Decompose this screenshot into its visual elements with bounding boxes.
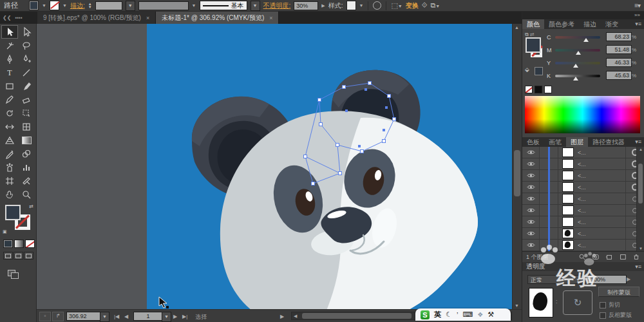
out-of-gamut-cube-icon[interactable]: ⬙ [525, 66, 529, 73]
layer-row[interactable]: <... [522, 216, 644, 228]
scroll-down-icon[interactable]: ▼ [639, 247, 643, 251]
layer-name[interactable]: <... [578, 231, 625, 237]
layer-thumbnail[interactable] [562, 240, 574, 250]
dock-collapse-icon[interactable]: »» [522, 12, 644, 19]
yellow-value-field[interactable]: 46.33 [606, 58, 632, 67]
visibility-eye-icon[interactable] [522, 240, 540, 251]
slider-thumb[interactable] [576, 51, 581, 55]
fill-stroke-indicator[interactable]: ⇄ ▣ [4, 205, 33, 232]
stroke-swatch[interactable] [50, 1, 59, 10]
layer-name[interactable]: <... [578, 161, 625, 167]
transparency-panel-header[interactable]: 透明度 ▾≡ [522, 262, 644, 271]
delete-layer-icon[interactable] [632, 253, 640, 261]
yellow-slider[interactable] [555, 62, 600, 64]
paintbrush-tool[interactable] [18, 79, 35, 93]
swap-fill-stroke-icon[interactable]: ⇄ [29, 204, 33, 209]
opacity-dropdown[interactable]: ▶ [321, 3, 325, 8]
layer-name[interactable]: <... [578, 149, 625, 156]
layer-name[interactable]: <... [578, 207, 625, 214]
layer-thumbnail[interactable] [562, 182, 574, 192]
layer-name[interactable]: <... [578, 184, 625, 191]
layer-thumbnail[interactable] [562, 147, 574, 157]
opacity-spinner-icon[interactable]: ▶ [627, 276, 630, 282]
ime-language-toggle[interactable]: 英 [434, 310, 441, 319]
zoom-tool[interactable] [18, 187, 35, 201]
hand-tool[interactable] [1, 187, 18, 201]
layer-name[interactable]: <... [578, 219, 625, 225]
default-fill-stroke-icon[interactable]: ▣ [3, 229, 7, 234]
scroll-down-icon[interactable]: ▼ [515, 303, 519, 308]
eyedropper-tool[interactable] [1, 147, 18, 160]
canvas-vertical-scrollbar[interactable]: ▲ ▼ [512, 24, 522, 309]
pencil-tool[interactable] [1, 93, 18, 106]
draw-inside-button[interactable] [24, 252, 33, 260]
locate-object-icon[interactable] [578, 253, 586, 261]
ime-keyboard-icon[interactable]: ⌨ [462, 310, 473, 319]
gamut-swatch[interactable] [535, 67, 543, 75]
tools-panel-collapse-icon[interactable]: ❮❮▪▪▪▪ [0, 12, 37, 24]
opacity-link[interactable]: 不透明度: [263, 1, 291, 10]
layers-panel-menu-icon[interactable]: ▾≡ [635, 138, 641, 145]
color-spectrum-bar[interactable] [525, 96, 640, 133]
mask-thumbnail-placeholder[interactable]: ↻ [563, 290, 592, 315]
rotate-tool[interactable] [1, 106, 18, 120]
fill-dropdown-icon[interactable]: ▼ [42, 3, 46, 8]
layer-thumbnail[interactable] [562, 229, 574, 238]
column-graph-tool[interactable] [18, 160, 35, 174]
screen-mode-button[interactable] [8, 270, 19, 279]
recolor-artwork-icon[interactable] [373, 1, 381, 10]
document-tab-1[interactable]: 9 [转换].eps* @ 100% (RGB/预览) × [37, 12, 156, 24]
add-anchor-pen-tool[interactable] [18, 52, 35, 66]
new-layer-icon[interactable] [619, 253, 627, 261]
layer-name[interactable]: <... [578, 173, 625, 179]
layer-thumbnail[interactable] [562, 205, 574, 215]
free-transform-tool[interactable] [18, 106, 35, 120]
layers-scrollbar[interactable]: ▲ ▼ [636, 147, 644, 251]
prev-artboard-icon[interactable]: ◀ [124, 314, 128, 319]
brush-dropdown[interactable]: ▼ [251, 1, 260, 11]
width-profile-dropdown[interactable]: ▼ [192, 3, 196, 8]
make-mask-button[interactable]: 制作蒙版 [598, 287, 639, 297]
none-mode-button[interactable] [25, 240, 35, 248]
panel-fill-box[interactable] [526, 37, 541, 53]
close-tab-icon[interactable]: × [146, 15, 149, 21]
slider-thumb[interactable] [583, 38, 589, 42]
rectangle-tool[interactable] [1, 79, 18, 93]
fill-swatch[interactable] [29, 1, 39, 10]
white-swatch[interactable] [544, 86, 552, 93]
artboard-canvas[interactable] [147, 24, 512, 309]
style-dropdown[interactable]: ▼ [359, 3, 364, 8]
layer-thumbnail[interactable] [562, 217, 574, 227]
tab-stroke[interactable]: 描边 [579, 19, 601, 29]
tab-layers[interactable]: 图层 [566, 137, 588, 147]
black-swatch[interactable] [535, 86, 542, 93]
horizontal-scroll-thumb[interactable] [302, 313, 412, 319]
status-button-2[interactable]: ↱ [52, 312, 64, 321]
invert-mask-checkbox[interactable]: 反相蒙版 [600, 311, 632, 319]
layer-row[interactable]: <... [522, 158, 644, 170]
line-segment-tool[interactable] [18, 66, 35, 79]
selection-tool[interactable] [1, 25, 18, 39]
magenta-value-field[interactable]: 51.48 [606, 45, 632, 54]
artboard-number-field[interactable]: 1 [133, 312, 163, 321]
layer-row[interactable]: <... [522, 182, 644, 193]
tab-gradient[interactable]: 渐变 [601, 19, 623, 29]
layer-row[interactable]: <... [522, 240, 644, 251]
draw-behind-button[interactable] [14, 252, 23, 260]
scroll-left-icon[interactable]: ◀ [294, 314, 297, 319]
visibility-eye-icon[interactable] [522, 170, 540, 181]
blend-mode-dropdown[interactable]: 正常▼ [527, 275, 583, 284]
layer-thumbnail[interactable] [562, 171, 574, 180]
visibility-eye-icon[interactable] [522, 216, 540, 227]
tab-swatches[interactable]: 色板 [522, 137, 544, 147]
layer-name[interactable]: <... [578, 196, 625, 202]
stroke-weight-dropdown[interactable]: ▼ [126, 1, 135, 11]
slider-thumb[interactable] [573, 64, 578, 68]
layer-thumbnail[interactable] [562, 194, 574, 204]
tab-color[interactable]: 颜色 [522, 19, 544, 29]
artboard-tool[interactable] [1, 174, 18, 187]
stroke-dropdown-icon[interactable]: ▼ [62, 3, 67, 8]
vertical-scroll-thumb[interactable] [514, 150, 520, 196]
copy-swap-icons[interactable]: ⧉ ⇄ [525, 32, 534, 37]
make-clip-mask-icon[interactable] [592, 253, 600, 261]
